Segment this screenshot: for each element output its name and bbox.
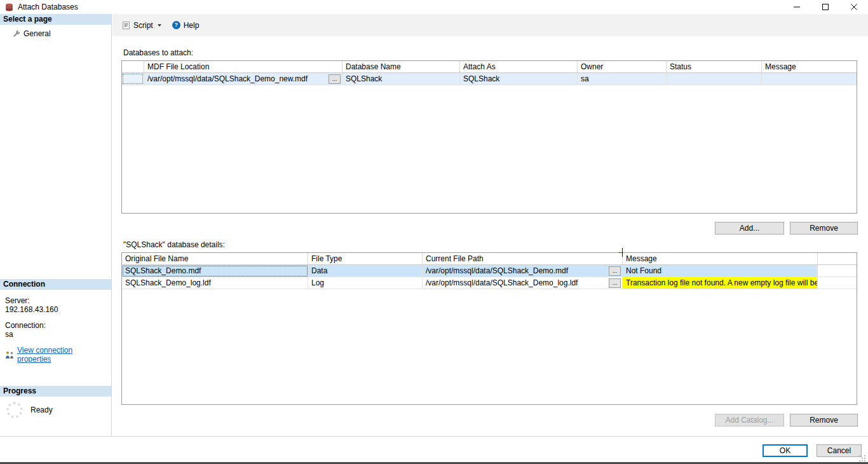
- database-name-cell[interactable]: SQLShack: [342, 73, 460, 85]
- col-header-details-message[interactable]: Message: [623, 253, 818, 264]
- script-dropdown-arrow-icon[interactable]: [158, 24, 161, 27]
- minimize-button[interactable]: [782, 0, 811, 14]
- script-button-label: Script: [133, 21, 153, 30]
- filler-cell: [818, 277, 857, 289]
- mdf-file-location-cell[interactable]: /var/opt/mssql/data/SQLShack_Demo_new.md…: [144, 73, 342, 85]
- attach-as-cell[interactable]: SQLShack: [460, 73, 578, 85]
- server-value: 192.168.43.160: [5, 305, 106, 314]
- file-type-cell[interactable]: Log: [308, 277, 423, 289]
- mdf-file-path: /var/opt/mssql/data/SQLShack_Demo_new.md…: [147, 73, 308, 85]
- add-button[interactable]: Add...: [715, 222, 784, 235]
- minimize-icon: [794, 4, 800, 10]
- connection-value: sa: [5, 330, 106, 339]
- col-header-attach-as[interactable]: Attach As: [460, 61, 578, 72]
- message-not-found-cell[interactable]: Not Found: [623, 265, 818, 277]
- view-connection-properties-row: View connection properties: [5, 346, 106, 364]
- cancel-button[interactable]: Cancel: [817, 444, 862, 457]
- view-connection-properties-icon: [5, 351, 14, 359]
- col-header-owner[interactable]: Owner: [578, 61, 667, 72]
- grip-dots: [859, 455, 860, 456]
- remove-button[interactable]: Remove: [790, 222, 858, 235]
- close-icon: [851, 4, 857, 10]
- database-icon: [5, 3, 13, 11]
- col-header-current-file-path[interactable]: Current File Path: [423, 253, 623, 264]
- close-button[interactable]: [839, 0, 868, 14]
- details-grid-row-log[interactable]: SQLShack_Demo_log.ldf Log /var/opt/mssql…: [122, 277, 857, 289]
- wrench-icon: [13, 30, 20, 38]
- attach-databases-dialog: Attach Databases Select a page General: [0, 0, 868, 464]
- maximize-icon: [822, 4, 829, 10]
- col-header-message[interactable]: Message: [762, 61, 857, 72]
- sidebar-item-general-label: General: [24, 29, 51, 38]
- window-title: Attach Databases: [18, 3, 78, 11]
- col-header-filler: [818, 253, 857, 264]
- toolbar: Script ? Help: [112, 14, 868, 36]
- help-button-label: Help: [184, 21, 200, 30]
- row-selector-header[interactable]: [122, 61, 144, 72]
- row-selector-cell[interactable]: [122, 73, 144, 85]
- titlebar: Attach Databases: [0, 0, 868, 14]
- current-file-path: /var/opt/mssql/data/SQLShack_Demo.mdf: [426, 265, 568, 276]
- filler-cell: [818, 265, 857, 277]
- window-controls: [782, 0, 868, 14]
- column-resize-cursor: ↔: [618, 248, 628, 257]
- details-grid-row-mdf[interactable]: SQLShack_Demo.mdf Data /var/opt/mssql/da…: [122, 265, 857, 277]
- resize-grip[interactable]: [859, 455, 867, 463]
- script-button[interactable]: Script: [119, 18, 165, 33]
- progress-panel: Ready: [0, 397, 111, 418]
- script-icon: [122, 21, 130, 30]
- connection-panel: Server: 192.168.43.160 Connection: sa Vi…: [0, 291, 111, 364]
- col-header-database-name[interactable]: Database Name: [342, 61, 460, 72]
- current-file-path-cell[interactable]: /var/opt/mssql/data/SQLShack_Demo_log.ld…: [423, 277, 623, 289]
- col-header-status[interactable]: Status: [667, 61, 762, 72]
- help-icon: ?: [172, 21, 180, 29]
- add-catalog-button: Add Catalog...: [715, 414, 784, 426]
- sidebar: Select a page General Connection Server:…: [0, 14, 112, 436]
- current-file-path-cell[interactable]: /var/opt/mssql/data/SQLShack_Demo.mdf ..…: [423, 265, 623, 277]
- help-button[interactable]: ? Help: [168, 18, 203, 33]
- database-details-label: "SQLShack" database details:: [123, 240, 225, 249]
- cursor-arrows: ↔: [618, 247, 625, 255]
- sidebar-item-general[interactable]: General: [0, 28, 111, 39]
- original-file-name-cell[interactable]: SQLShack_Demo_log.ldf: [122, 277, 308, 289]
- browse-mdf-button[interactable]: ...: [329, 74, 341, 84]
- view-connection-properties-link[interactable]: View connection properties: [17, 346, 106, 364]
- original-file-name-cell[interactable]: SQLShack_Demo.mdf: [122, 265, 308, 277]
- select-a-page-header: Select a page: [0, 14, 111, 25]
- col-header-mdf-file-location[interactable]: MDF File Location: [144, 61, 342, 72]
- attach-databases-grid: MDF File Location Database Name Attach A…: [121, 60, 857, 214]
- details-grid-header: Original File Name File Type Current Fil…: [122, 253, 857, 265]
- message-warning-cell[interactable]: Transaction log file not found. A new em…: [623, 277, 818, 289]
- database-details-grid: Original File Name File Type Current Fil…: [121, 252, 857, 405]
- file-type-cell[interactable]: Data: [308, 265, 423, 277]
- footer: OK Cancel: [0, 436, 868, 463]
- maximize-button[interactable]: [811, 0, 839, 14]
- server-label: Server:: [5, 296, 106, 305]
- dialog-body: Select a page General Connection Server:…: [0, 14, 868, 462]
- ok-button[interactable]: OK: [763, 444, 808, 457]
- owner-cell[interactable]: sa: [578, 73, 667, 85]
- col-header-file-type[interactable]: File Type: [308, 253, 423, 264]
- connection-label: Connection:: [5, 321, 106, 330]
- status-cell[interactable]: [667, 73, 762, 85]
- attach-grid-header: MDF File Location Database Name Attach A…: [122, 61, 857, 73]
- browse-data-file-button[interactable]: ...: [609, 266, 621, 276]
- browse-log-file-button[interactable]: ...: [609, 278, 621, 288]
- content-panel: Script ? Help Databases to attach: MDF F…: [112, 14, 868, 436]
- progress-header: Progress: [0, 386, 111, 397]
- current-file-path: /var/opt/mssql/data/SQLShack_Demo_log.ld…: [426, 277, 578, 289]
- databases-to-attach-label: Databases to attach:: [123, 48, 193, 57]
- connection-header: Connection: [0, 279, 111, 290]
- progress-status: Ready: [31, 406, 53, 414]
- col-header-original-file-name[interactable]: Original File Name: [122, 253, 308, 264]
- progress-spinner-icon: [6, 402, 23, 418]
- row-focus-rect: [123, 74, 142, 83]
- attach-grid-row[interactable]: /var/opt/mssql/data/SQLShack_Demo_new.md…: [122, 73, 857, 85]
- remove-details-button[interactable]: Remove: [790, 414, 858, 426]
- message-cell[interactable]: [762, 73, 857, 85]
